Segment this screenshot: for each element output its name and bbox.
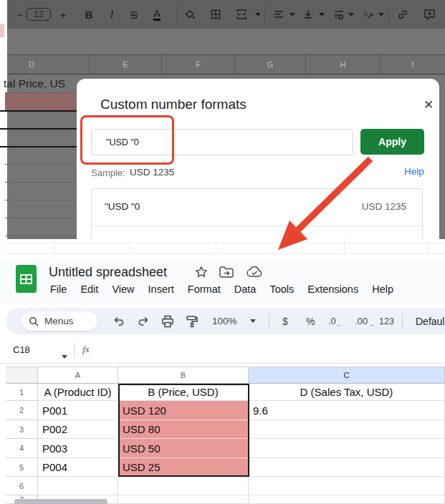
increase-font-size-button[interactable]: +: [56, 0, 70, 29]
cloud-saved-icon[interactable]: [247, 266, 262, 278]
menu-edit[interactable]: Edit: [80, 284, 98, 295]
increase-decimal-button[interactable]: .00→: [355, 308, 375, 334]
insert-comment-icon[interactable]: [421, 0, 438, 29]
decrease-font-size-button[interactable]: −: [13, 0, 27, 29]
insert-link-icon[interactable]: [394, 0, 411, 29]
move-folder-icon[interactable]: [219, 266, 234, 278]
cell-A6[interactable]: [38, 477, 118, 495]
redo-icon[interactable]: [137, 308, 150, 334]
row-header-1[interactable]: 1: [6, 384, 38, 401]
menu-file[interactable]: File: [50, 284, 67, 295]
horizontal-align-caret[interactable]: [287, 0, 297, 29]
col-header-C-selected[interactable]: C: [249, 367, 445, 384]
menu-extensions[interactable]: Extensions: [307, 284, 358, 295]
document-title[interactable]: Untitled spreadsheet: [49, 265, 167, 280]
cell-B3[interactable]: USD 80: [118, 420, 249, 439]
italic-button[interactable]: I: [105, 0, 119, 29]
cell-C1[interactable]: D (Sales Tax, USD): [249, 384, 445, 401]
name-box-caret[interactable]: [62, 349, 67, 362]
cell-A2[interactable]: P001: [38, 401, 118, 420]
vertical-align-caret[interactable]: [317, 0, 327, 29]
cell-B6[interactable]: [118, 477, 249, 495]
format-currency-button[interactable]: $: [282, 308, 288, 334]
text-wrap-caret[interactable]: [346, 0, 356, 29]
sheets-logo-icon[interactable]: [16, 265, 37, 293]
app-bar: Untitled spreadsheet File Edit View Inse…: [0, 259, 445, 304]
search-icon: [29, 316, 39, 326]
cell-B5[interactable]: USD 25: [118, 458, 249, 477]
close-icon[interactable]: ✕: [424, 97, 434, 112]
scrollbar-thumb[interactable]: [14, 499, 107, 504]
more-formats-button[interactable]: 123: [379, 308, 394, 334]
menus-search-pill[interactable]: Menus: [21, 311, 97, 331]
cell-A1[interactable]: A (Product ID): [38, 384, 118, 401]
cell-A5[interactable]: P004: [38, 458, 118, 477]
font-select[interactable]: Defaul.: [416, 308, 445, 334]
strikethrough-button[interactable]: S: [127, 0, 141, 29]
format-list: "USD "0 USD 1235: [91, 188, 423, 239]
col-header-H[interactable]: H: [305, 54, 380, 74]
cell-A4[interactable]: P003: [38, 439, 118, 458]
decrease-decimal-button[interactable]: .0←: [328, 308, 343, 334]
name-box[interactable]: C18: [13, 344, 30, 355]
menu-data[interactable]: Data: [234, 284, 257, 295]
font-size-box[interactable]: 12: [26, 0, 52, 29]
clipped-cell-total-price[interactable]: tal Price, US: [4, 74, 77, 92]
merge-cells-icon[interactable]: [234, 0, 249, 29]
text-color-button[interactable]: A: [150, 0, 164, 29]
bold-button[interactable]: B: [82, 0, 96, 29]
formula-input[interactable]: [100, 340, 437, 360]
zoom-caret[interactable]: [250, 308, 256, 334]
dimmed-pink-cell[interactable]: [5, 93, 77, 110]
format-list-item-preview: USD 1235: [362, 201, 406, 212]
menu-help[interactable]: Help: [372, 284, 393, 295]
row-header-2[interactable]: 2: [6, 401, 38, 420]
cell-B4[interactable]: USD 50: [118, 439, 249, 458]
col-header-G[interactable]: G: [234, 54, 305, 74]
row-header-6[interactable]: 6: [6, 477, 38, 495]
cell-C3[interactable]: [249, 420, 445, 439]
vertical-align-icon[interactable]: [300, 0, 316, 29]
zoom-select[interactable]: 100%: [212, 308, 237, 334]
menu-view[interactable]: View: [112, 284, 134, 295]
cell-B7[interactable]: [118, 495, 249, 504]
col-header-F[interactable]: F: [161, 54, 234, 74]
row-header-5[interactable]: 5: [6, 458, 38, 477]
help-link[interactable]: Help: [404, 166, 424, 177]
menu-tools[interactable]: Tools: [269, 284, 294, 295]
row-header-4[interactable]: 4: [6, 439, 38, 458]
print-icon[interactable]: [161, 308, 174, 334]
cell-B1[interactable]: B (Price, USD): [118, 384, 249, 401]
paint-format-icon[interactable]: [186, 308, 198, 334]
horizontal-align-icon[interactable]: [271, 0, 287, 29]
fill-color-icon[interactable]: [182, 0, 198, 29]
col-header-E[interactable]: E: [89, 54, 161, 74]
cell-B2[interactable]: USD 120: [118, 401, 249, 420]
merge-cells-caret[interactable]: [253, 0, 263, 29]
toolbar-divider: [264, 6, 265, 22]
cell-C6[interactable]: [249, 477, 445, 495]
undo-icon[interactable]: [113, 308, 125, 334]
sheet-after-format: Untitled spreadsheet File Edit View Inse…: [0, 239, 445, 504]
row-header-3[interactable]: 3: [6, 420, 38, 439]
col-header-D[interactable]: D: [7, 54, 89, 74]
format-percent-button[interactable]: %: [306, 308, 315, 334]
menu-format[interactable]: Format: [188, 284, 221, 295]
star-icon[interactable]: [195, 266, 208, 278]
text-rotation-caret[interactable]: [376, 0, 386, 29]
cell-C4[interactable]: [249, 439, 445, 458]
format-list-item[interactable]: "USD "0 USD 1235: [92, 189, 422, 226]
col-header-B[interactable]: B: [118, 367, 249, 384]
text-wrap-icon[interactable]: [331, 0, 347, 29]
cell-A3[interactable]: P002: [38, 420, 118, 439]
select-all-corner[interactable]: [6, 367, 38, 384]
borders-icon[interactable]: [208, 0, 224, 29]
cell-C7[interactable]: [249, 495, 445, 504]
cell-C5[interactable]: [249, 458, 445, 477]
cell-C2[interactable]: 9.6: [249, 401, 445, 420]
col-header-I[interactable]: I: [380, 54, 445, 74]
apply-button[interactable]: Apply: [360, 129, 424, 155]
col-header-A[interactable]: A: [38, 367, 118, 384]
text-rotation-icon[interactable]: A: [360, 0, 375, 29]
menu-insert[interactable]: Insert: [148, 284, 174, 295]
